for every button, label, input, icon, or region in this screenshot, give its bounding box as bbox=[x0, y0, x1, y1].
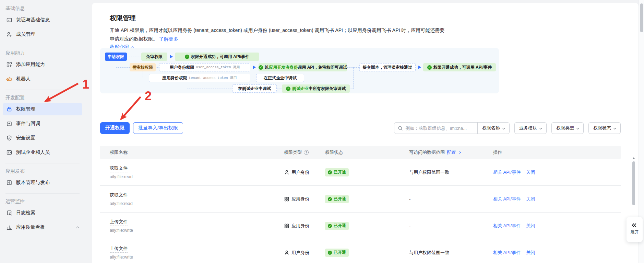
permission-table: 权限名称 权限类型 权限状态 可访问的数据范围配置 操作 获取文件aily:fi… bbox=[100, 146, 621, 263]
sidebar-item-credentials[interactable]: 凭证与基础信息 bbox=[3, 14, 82, 26]
app-identity-icon bbox=[284, 196, 289, 202]
page-description: 开通 API 权限后，应用才能以应用身份 (tenant_access_toke… bbox=[110, 26, 448, 43]
sidebar-item-bot[interactable]: 机器人 bbox=[3, 73, 82, 85]
expand-panel-button[interactable]: 展开 bbox=[627, 217, 643, 242]
sidebar-item-members[interactable]: 成员管理 bbox=[3, 28, 82, 41]
related-api-link[interactable]: 相关 API/事件 bbox=[493, 223, 521, 229]
check-circle-icon bbox=[286, 87, 290, 91]
learn-more-link[interactable]: 了解更多 bbox=[159, 36, 178, 42]
permission-flow-diagram: 申请权限 免审权限 权限开通成功，可调用 API/事件 需审核权限 用户身份权限… bbox=[100, 48, 499, 93]
chevron-double-left-icon bbox=[632, 224, 637, 227]
log-search-icon bbox=[6, 210, 12, 216]
sidebar-item-quality-dashboard[interactable]: 应用质量看板 bbox=[3, 221, 82, 233]
close-permission-link[interactable]: 关闭 bbox=[526, 223, 535, 229]
search-input[interactable] bbox=[405, 126, 474, 131]
flow-arrow-icon bbox=[170, 55, 173, 58]
check-circle-icon bbox=[328, 197, 332, 201]
permission-code: aily:file:write bbox=[110, 255, 274, 260]
table-row: 获取文件aily:file:read 应用身份 已开通 - 相关 API/事件关… bbox=[100, 186, 621, 213]
chevron-down-icon bbox=[613, 127, 616, 129]
status-badge: 已开通 bbox=[325, 222, 349, 230]
chevron-down-icon bbox=[576, 127, 579, 129]
sidebar-divider bbox=[5, 45, 80, 45]
publish-icon bbox=[6, 180, 12, 186]
status-badge: 已开通 bbox=[325, 249, 349, 257]
permission-name: 获取文件 bbox=[110, 192, 128, 199]
sidebar: 基础信息 凭证与基础信息 成员管理 应用能力 添加应用能力 机器人 开发配置 权… bbox=[0, 0, 85, 263]
permission-code: aily:file:write bbox=[110, 228, 274, 233]
table-scrollbar bbox=[632, 157, 635, 263]
scope-config-link[interactable]: 配置 bbox=[447, 149, 456, 156]
permission-name-filter[interactable]: 权限名称 bbox=[478, 122, 509, 134]
sidebar-item-label: 权限管理 bbox=[16, 106, 35, 112]
permission-type-filter[interactable]: 权限类型 bbox=[551, 122, 584, 134]
chevron-up-icon[interactable] bbox=[76, 226, 80, 230]
expand-label: 展开 bbox=[631, 229, 639, 235]
business-module-filter[interactable]: 业务模块 bbox=[514, 122, 547, 134]
related-api-link[interactable]: 相关 API/事件 bbox=[493, 250, 521, 256]
filter-bar: 权限名称 业务模块 权限类型 权限状态 bbox=[394, 122, 621, 134]
col-header-scope: 可访问的数据范围配置 bbox=[399, 149, 484, 156]
permission-name: 上传文件 bbox=[110, 219, 128, 226]
check-circle-icon bbox=[328, 170, 332, 174]
table-row: 上传文件aily:file:write 应用身份 已开通 - 相关 API/事件… bbox=[100, 213, 621, 239]
chevron-right-icon bbox=[458, 151, 461, 154]
col-header-ops: 操作 bbox=[484, 149, 621, 156]
sidebar-item-events-callbacks[interactable]: 事件与回调 bbox=[3, 117, 82, 130]
section-title-ops-monitoring: 运营监控 bbox=[5, 198, 80, 205]
permission-code: aily:file:read bbox=[110, 201, 274, 206]
close-permission-link[interactable]: 关闭 bbox=[526, 250, 535, 256]
page-title: 权限管理 bbox=[110, 14, 136, 23]
sidebar-item-log-search[interactable]: 日志检索 bbox=[3, 207, 82, 219]
sidebar-item-version-release[interactable]: 版本管理与发布 bbox=[3, 176, 82, 189]
id-card-icon bbox=[6, 17, 12, 23]
sidebar-item-label: 测试企业和人员 bbox=[16, 149, 50, 156]
table-header-row: 权限名称 权限类型 权限状态 可访问的数据范围配置 操作 bbox=[100, 146, 621, 159]
search-group: 权限名称 bbox=[394, 122, 510, 134]
chevron-down-icon bbox=[539, 127, 542, 129]
section-title-basic-info: 基础信息 bbox=[5, 5, 80, 12]
search-box[interactable] bbox=[394, 126, 477, 131]
close-permission-link[interactable]: 关闭 bbox=[526, 169, 535, 175]
status-badge: 已开通 bbox=[325, 168, 349, 176]
app-window: 基础信息 凭证与基础信息 成员管理 应用能力 添加应用能力 机器人 开发配置 权… bbox=[0, 0, 644, 263]
close-permission-link[interactable]: 关闭 bbox=[526, 196, 535, 202]
chevron-down-icon bbox=[502, 127, 505, 129]
page-scrollbar-thumb[interactable] bbox=[640, 3, 643, 32]
sidebar-item-label: 成员管理 bbox=[16, 31, 35, 37]
sidebar-divider bbox=[5, 90, 80, 90]
sidebar-item-add-capability[interactable]: 添加应用能力 bbox=[3, 58, 82, 71]
flow-node-app-permission: 应用身份权限tenant_access_token 调用 bbox=[149, 74, 250, 82]
scope-cell: 与用户权限范围一致 bbox=[399, 169, 484, 175]
col-header-name: 权限名称 bbox=[100, 149, 274, 156]
status-badge: 已开通 bbox=[325, 195, 349, 203]
batch-import-export-button[interactable]: 批量导入/导出权限 bbox=[133, 122, 183, 134]
sidebar-item-permission-management[interactable]: 权限管理 bbox=[3, 103, 82, 115]
flow-node-test-debug: 在测试企业中调试 bbox=[232, 84, 277, 93]
table-scrollbar-thumb[interactable] bbox=[632, 161, 635, 205]
member-add-icon bbox=[6, 31, 12, 37]
flow-node-dev-call: 以应用开发者身份调用 API，免审核即可调试 bbox=[259, 63, 347, 71]
help-icon[interactable] bbox=[304, 150, 309, 155]
user-identity-icon bbox=[284, 170, 289, 175]
sidebar-item-label: 添加应用能力 bbox=[16, 61, 45, 68]
section-title-app-release: 应用发布 bbox=[5, 168, 80, 174]
flow-node-success-1: 权限开通成功，可调用 API/事件 bbox=[175, 53, 259, 61]
flow-node-test-free-review: 测试企业中所有权限免审调试 bbox=[282, 84, 350, 93]
table-row: 上传文件aily:file:write 用户身份 已开通 与用户权限范围一致 相… bbox=[100, 239, 621, 263]
check-circle-icon bbox=[328, 251, 332, 255]
event-callback-icon bbox=[6, 121, 12, 127]
user-identity-icon bbox=[284, 250, 289, 255]
open-permission-button[interactable]: 开通权限 bbox=[100, 122, 130, 134]
sidebar-item-test-enterprise[interactable]: 测试企业和人员 bbox=[3, 146, 82, 159]
sidebar-item-security-settings[interactable]: 安全设置 bbox=[3, 132, 82, 144]
scope-cell: 与用户权限范围一致 bbox=[399, 250, 484, 256]
table-row: 获取文件aily:file:read 用户身份 已开通 与用户权限范围一致 相关… bbox=[100, 159, 621, 186]
shield-check-icon bbox=[6, 135, 12, 141]
col-header-status: 权限状态 bbox=[315, 149, 399, 156]
related-api-link[interactable]: 相关 API/事件 bbox=[493, 196, 521, 202]
permission-status-filter[interactable]: 权限状态 bbox=[588, 122, 621, 134]
check-circle-icon bbox=[328, 224, 332, 228]
scroll-up-arrow-icon[interactable] bbox=[632, 157, 635, 159]
related-api-link[interactable]: 相关 API/事件 bbox=[493, 169, 521, 175]
